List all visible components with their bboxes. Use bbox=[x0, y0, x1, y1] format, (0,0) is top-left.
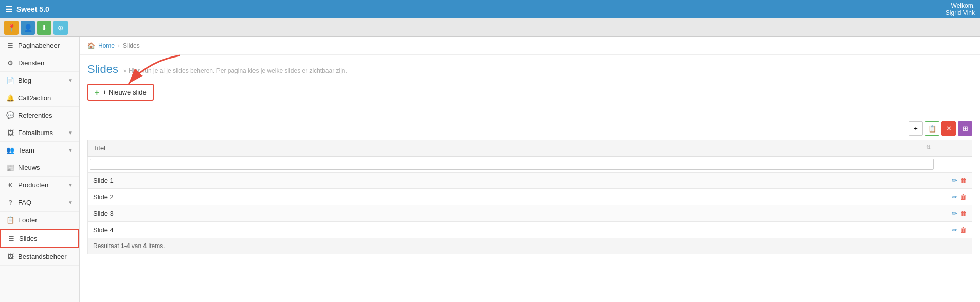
delete-icon[interactable]: 🗑 bbox=[960, 226, 967, 234]
actions-column-header bbox=[936, 140, 972, 157]
blog-chevron: ▼ bbox=[68, 78, 73, 83]
sidebar-item-nieuws[interactable]: 📰 Nieuws bbox=[0, 159, 79, 177]
faq-chevron: ▼ bbox=[68, 200, 73, 205]
nieuws-icon: 📰 bbox=[6, 164, 14, 172]
footer-icon: 📋 bbox=[6, 216, 14, 224]
sort-icon: ⇅ bbox=[926, 144, 931, 151]
slide-name-cell: Slide 3 bbox=[88, 205, 936, 222]
table-row: Slide 1 ✏ 🗑 bbox=[88, 173, 972, 189]
page-title: Slides bbox=[87, 63, 118, 76]
slides-table: Titel ⇅ Slide 1 bbox=[87, 140, 972, 254]
blog-icon: 📄 bbox=[6, 77, 14, 84]
table-row: Slide 2 ✏ 🗑 bbox=[88, 189, 972, 205]
share-button[interactable]: ⊕ bbox=[53, 21, 68, 35]
toolbar-row: + 📋 ✕ ⊞ bbox=[87, 121, 972, 136]
icon-bar: 📍 👤 ⬇ ⊕ bbox=[0, 18, 980, 37]
edit-icon[interactable]: ✏ bbox=[952, 210, 957, 217]
breadcrumb: 🏠 Home › Slides bbox=[80, 37, 980, 55]
filter-row bbox=[88, 157, 972, 173]
table-row: Slide 3 ✏ 🗑 bbox=[88, 205, 972, 222]
sidebar-item-team[interactable]: 👥 Team ▼ bbox=[0, 142, 79, 159]
add-toolbar-button[interactable]: + bbox=[909, 121, 923, 136]
filter-cell bbox=[88, 157, 936, 173]
breadcrumb-home[interactable]: Home bbox=[98, 42, 115, 49]
producten-icon: € bbox=[6, 181, 14, 189]
sidebar: ☰ Paginabeheer ⚙ Diensten 📄 Blog ▼ 🔔 Cal… bbox=[0, 37, 80, 302]
slide-name-cell: Slide 1 bbox=[88, 173, 936, 189]
user-greeting: Welkom, Sigrid Vink bbox=[946, 2, 975, 16]
user-button[interactable]: 👤 bbox=[21, 21, 35, 35]
sidebar-item-paginabeheer[interactable]: ☰ Paginabeheer bbox=[0, 37, 79, 54]
sidebar-item-referenties[interactable]: 💬 Referenties bbox=[0, 107, 79, 124]
sidebar-item-faq[interactable]: ? FAQ ▼ bbox=[0, 194, 79, 212]
team-chevron: ▼ bbox=[68, 147, 73, 153]
edit-icon[interactable]: ✏ bbox=[952, 226, 957, 234]
page-subtitle: » Hier kun je al je slides beheren. Per … bbox=[123, 67, 347, 74]
title-column-header[interactable]: Titel ⇅ bbox=[88, 140, 936, 157]
slide-actions-cell: ✏ 🗑 bbox=[936, 173, 972, 189]
slide-name-cell: Slide 2 bbox=[88, 189, 936, 205]
result-cell: Resultaat 1-4 van 4 items. bbox=[88, 238, 972, 254]
sidebar-item-producten[interactable]: € Producten ▼ bbox=[0, 177, 79, 194]
delete-icon[interactable]: 🗑 bbox=[960, 177, 967, 184]
sidebar-item-bestandsbeheer[interactable]: 🖼 Bestandsbeheer bbox=[0, 248, 79, 266]
table-row: Slide 4 ✏ 🗑 bbox=[88, 222, 972, 238]
page-title-row: Slides » Hier kun je al je slides behere… bbox=[87, 63, 972, 76]
producten-chevron: ▼ bbox=[68, 182, 73, 188]
faq-icon: ? bbox=[6, 199, 14, 206]
diensten-icon: ⚙ bbox=[6, 59, 14, 67]
download-button[interactable]: ⬇ bbox=[37, 21, 51, 35]
location-button[interactable]: 📍 bbox=[4, 21, 19, 35]
referenties-icon: 💬 bbox=[6, 111, 14, 119]
slides-icon: ☰ bbox=[7, 235, 15, 242]
page-content: Slides » Hier kun je al je slides behere… bbox=[80, 55, 980, 262]
edit-icon[interactable]: ✏ bbox=[952, 177, 957, 184]
top-bar: ☰ Sweet 5.0 Welkom, Sigrid Vink bbox=[0, 0, 980, 18]
new-slide-area: + + Nieuwe slide bbox=[87, 84, 154, 111]
delete-icon[interactable]: 🗑 bbox=[960, 210, 967, 217]
plus-icon: + bbox=[95, 88, 99, 97]
sidebar-item-fotoalbums[interactable]: 🖼 Fotoalbums ▼ bbox=[0, 124, 79, 142]
new-slide-button[interactable]: + + Nieuwe slide bbox=[87, 84, 154, 101]
fotoalbums-icon: 🖼 bbox=[6, 129, 14, 137]
call2action-icon: 🔔 bbox=[6, 94, 14, 102]
slide-actions-cell: ✏ 🗑 bbox=[936, 189, 972, 205]
export-toolbar-button[interactable]: 📋 bbox=[925, 121, 939, 136]
filter-actions-cell bbox=[936, 157, 972, 173]
content-area: 🏠 Home › Slides Slides » Hier kun je al … bbox=[80, 37, 980, 302]
bestandsbeheer-icon: 🖼 bbox=[6, 253, 14, 260]
delete-toolbar-button[interactable]: ✕ bbox=[941, 121, 956, 136]
fotoalbums-chevron: ▼ bbox=[68, 130, 73, 136]
team-icon: 👥 bbox=[6, 146, 14, 154]
app-list-icon: ☰ bbox=[5, 5, 12, 14]
sidebar-item-diensten[interactable]: ⚙ Diensten bbox=[0, 54, 79, 72]
slide-name-cell: Slide 4 bbox=[88, 222, 936, 238]
table-header-row: Titel ⇅ bbox=[88, 140, 972, 157]
sidebar-item-blog[interactable]: 📄 Blog ▼ bbox=[0, 72, 79, 89]
home-icon: 🏠 bbox=[87, 42, 95, 49]
title-filter-input[interactable] bbox=[90, 159, 934, 170]
sidebar-item-footer[interactable]: 📋 Footer bbox=[0, 212, 79, 229]
app-branding: ☰ Sweet 5.0 bbox=[5, 5, 49, 14]
sidebar-item-call2action[interactable]: 🔔 Call2action bbox=[0, 89, 79, 107]
app-title: Sweet 5.0 bbox=[16, 5, 49, 13]
breadcrumb-separator: › bbox=[118, 42, 120, 49]
result-row: Resultaat 1-4 van 4 items. bbox=[88, 238, 972, 254]
delete-icon[interactable]: 🗑 bbox=[960, 193, 967, 201]
paginabeheer-icon: ☰ bbox=[6, 42, 14, 49]
edit-icon[interactable]: ✏ bbox=[952, 193, 957, 201]
main-layout: ☰ Paginabeheer ⚙ Diensten 📄 Blog ▼ 🔔 Cal… bbox=[0, 37, 980, 302]
columns-toolbar-button[interactable]: ⊞ bbox=[958, 121, 972, 136]
slide-actions-cell: ✏ 🗑 bbox=[936, 222, 972, 238]
sidebar-item-slides[interactable]: ☰ Slides bbox=[0, 229, 79, 248]
slide-actions-cell: ✏ 🗑 bbox=[936, 205, 972, 222]
breadcrumb-current: Slides bbox=[123, 42, 140, 49]
